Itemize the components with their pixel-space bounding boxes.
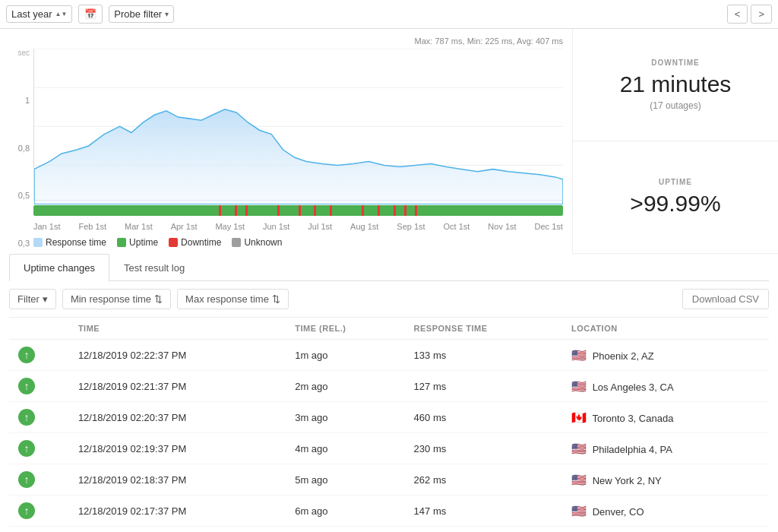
prev-button[interactable]: < [727,5,748,24]
status-icon: ↑ [18,440,35,457]
location-cell: 🇨🇦 Toronto 3, Canada [562,402,769,433]
status-cell: ↑ [9,340,69,371]
status-icon: ↑ [18,502,35,519]
legend-downtime: Downtime [169,237,221,248]
legend-unknown-dot [232,238,241,247]
x-label-dec: Dec 1st [535,222,563,231]
location-cell: 🇺🇸 Los Angeles 3, CA [562,371,769,402]
table-row: ↑ 12/18/2019 02:22:37 PM 1m ago 133 ms 🇺… [9,340,769,371]
location-name: New York 2, NY [593,475,662,486]
time-rel-cell: 5m ago [286,464,404,496]
legend-response-dot [33,238,43,247]
downtime-box: DOWNTIME 21 minutes (17 outages) [573,29,778,141]
legend-response: Response time [33,237,106,248]
country-flag: 🇺🇸 [571,473,587,486]
response-time-cell: 147 ms [405,496,562,527]
chart-area: Max: 787 ms, Min: 225 ms, Avg: 407 ms se… [0,29,573,254]
downtime-tick [362,205,364,216]
downtime-tick [219,205,221,216]
y-label-03: 0,3 [18,239,30,248]
downtime-tick [404,205,406,216]
location-cell: 🇺🇸 Phoenix 2, AZ [562,340,769,371]
time-rel-cell: 1m ago [286,340,404,371]
x-labels: Jan 1st Feb 1st Mar 1st Apr 1st May 1st … [33,222,563,231]
x-label-may: May 1st [215,222,245,231]
location-name: Toronto 3, Canada [592,413,673,424]
x-label-oct: Oct 1st [444,222,470,231]
time-cell: 12/18/2019 02:16:37 PM [69,527,286,533]
legend-response-label: Response time [46,237,106,248]
calendar-button[interactable]: 📅 [78,5,103,24]
country-flag: 🇺🇸 [571,442,587,455]
max-response-button[interactable]: Max response time ⇅ [177,289,289,309]
probe-filter-label: Probe filter [114,8,162,20]
downtime-tick [378,205,380,216]
table-row: ↑ 12/18/2019 02:20:37 PM 3m ago 460 ms 🇨… [9,402,769,433]
downtime-tick [299,205,301,216]
time-cell: 12/18/2019 02:18:37 PM [69,464,286,496]
col-status [9,318,69,340]
location-cell: 🇺🇸 St. Louis 4 [562,527,769,533]
filter-label: Filter [17,293,40,305]
chart-y-wrap: sec 1 0,8 0,5 0,3 [9,49,563,248]
downtime-tick [277,205,280,216]
uptime-label: UPTIME [659,178,692,186]
min-response-button[interactable]: Min response time ⇅ [62,289,171,309]
location-cell: 🇺🇸 New York 2, NY [562,464,769,496]
x-label-apr: Apr 1st [171,222,198,231]
time-rel-cell: 6m ago [286,496,404,527]
main-content: Max: 787 ms, Min: 225 ms, Avg: 407 ms se… [0,29,778,254]
status-icon: ↑ [18,471,35,488]
location-cell: 🇺🇸 Philadelphia 4, PA [562,433,769,464]
period-selector[interactable]: Last year ▲▼ [6,5,72,23]
downtime-tick [415,205,417,216]
x-label-sep: Sep 1st [397,222,425,231]
nav-buttons: < > [727,5,772,24]
country-flag: 🇺🇸 [571,380,587,393]
downtime-value: 21 minutes [620,71,732,97]
table-row: ↑ 12/18/2019 02:16:37 PM 7m ago 124 ms 🇺… [9,527,769,533]
table-row: ↑ 12/18/2019 02:21:37 PM 2m ago 127 ms 🇺… [9,371,769,402]
x-label-mar: Mar 1st [125,222,153,231]
y-label-05: 0,5 [18,191,30,200]
response-time-cell: 230 ms [405,433,562,464]
table-header-row: TIME TIME (REL.) RESPONSE TIME LOCATION [9,318,769,340]
table-row: ↑ 12/18/2019 02:17:37 PM 6m ago 147 ms 🇺… [9,496,769,527]
legend-unknown-label: Unknown [244,237,282,248]
legend-uptime-label: Uptime [129,237,158,248]
status-icon: ↑ [18,347,35,363]
tab-test-result-log[interactable]: Test result log [109,254,199,281]
lower-section: Uptime changes Test result log Filter ▾ … [0,254,778,532]
stats-panel: DOWNTIME 21 minutes (17 outages) UPTIME … [573,29,778,254]
table-row: ↑ 12/18/2019 02:18:37 PM 5m ago 262 ms 🇺… [9,464,769,496]
uptime-box: UPTIME >99.99% [573,141,778,254]
y-label-1: 1 [25,96,30,105]
response-time-cell: 262 ms [405,464,562,496]
next-button[interactable]: > [751,5,772,24]
uptime-bar-wrap [33,205,563,219]
downtime-sub: (17 outages) [650,100,701,111]
y-axis: sec 1 0,8 0,5 0,3 [9,49,33,248]
downtime-tick [245,205,248,216]
uptime-value: >99.99% [630,191,720,217]
table-body: ↑ 12/18/2019 02:22:37 PM 1m ago 133 ms 🇺… [9,340,769,533]
time-rel-cell: 3m ago [286,402,404,433]
table-row: ↑ 12/18/2019 02:19:37 PM 4m ago 230 ms 🇺… [9,433,769,464]
tab-uptime-changes[interactable]: Uptime changes [9,254,109,281]
filter-button[interactable]: Filter ▾ [9,289,56,309]
status-icon: ↑ [18,409,35,426]
location-cell: 🇺🇸 Denver, CO [562,496,769,527]
response-chart [34,49,563,204]
time-rel-cell: 2m ago [286,371,404,402]
filter-arrow: ▾ [43,293,48,305]
uptime-bar [33,205,563,216]
time-cell: 12/18/2019 02:19:37 PM [69,433,286,464]
download-csv-button[interactable]: Download CSV [682,289,769,309]
probe-filter[interactable]: Probe filter ▾ [109,5,174,23]
time-cell: 12/18/2019 02:22:37 PM [69,340,286,371]
legend-unknown: Unknown [232,237,282,248]
country-flag: 🇺🇸 [571,349,587,362]
time-cell: 12/18/2019 02:17:37 PM [69,496,286,527]
y-label-08: 0,8 [18,144,30,153]
status-cell: ↑ [9,496,69,527]
